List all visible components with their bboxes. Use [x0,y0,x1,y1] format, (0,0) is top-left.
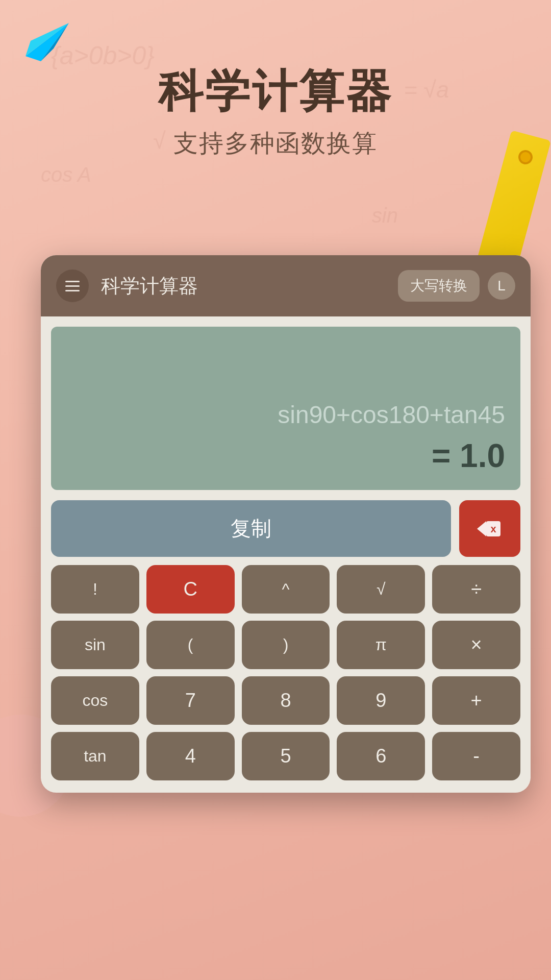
backspace-icon: x [477,519,503,539]
menu-line-2 [65,285,80,287]
menu-line-1 [65,281,80,282]
svg-marker-5 [477,521,486,536]
menu-line-3 [65,290,80,291]
key-clear[interactable]: C [146,565,235,614]
paper-plane-icon [26,20,71,61]
ruler-hole [517,149,534,166]
key-sqrt[interactable]: √ [337,565,425,614]
key-7[interactable]: 7 [146,676,235,725]
key-row-3: cos 7 8 9 + [51,676,520,725]
calculator-display: sin90+cos180+tan45 = 1.0 [51,327,520,490]
key-6[interactable]: 6 [337,732,425,780]
key-row-1: ! C ^ √ ÷ [51,565,520,614]
key-pi[interactable]: π [337,621,425,669]
key-5[interactable]: 5 [242,732,330,780]
key-factorial[interactable]: ! [51,565,139,614]
copy-button[interactable]: 复制 [51,500,451,557]
display-expression: sin90+cos180+tan45 [66,401,505,429]
convert-button[interactable]: 大写转换 [398,270,480,302]
history-icon: L [497,278,506,294]
key-sin[interactable]: sin [51,621,139,669]
key-power[interactable]: ^ [242,565,330,614]
key-multiply[interactable]: × [432,621,520,669]
calculator-card: 科学计算器 大写转换 L sin90+cos180+tan45 = 1.0 复制… [41,255,531,793]
backspace-button[interactable]: x [459,500,520,557]
header-title: 科学计算器 [101,273,398,299]
keypad: ! C ^ √ ÷ sin ( ) π × cos 7 8 9 + tan 4 … [41,565,531,793]
key-close-paren[interactable]: ) [242,621,330,669]
key-row-2: sin ( ) π × [51,621,520,669]
menu-button[interactable] [56,270,89,302]
key-4[interactable]: 4 [146,732,235,780]
display-result: = 1.0 [66,437,505,475]
calculator-header: 科学计算器 大写转换 L [41,255,531,316]
history-button[interactable]: L [488,272,515,300]
key-open-paren[interactable]: ( [146,621,235,669]
key-divide[interactable]: ÷ [432,565,520,614]
copy-row: 复制 x [41,500,531,565]
key-plus[interactable]: + [432,676,520,725]
sub-title: 支持多种函数换算 [0,127,551,160]
main-title: 科学计算器 [0,61,551,122]
title-section: 科学计算器 支持多种函数换算 [0,61,551,160]
key-tan[interactable]: tan [51,732,139,780]
key-8[interactable]: 8 [242,676,330,725]
key-row-4: tan 4 5 6 - [51,732,520,780]
key-9[interactable]: 9 [337,676,425,725]
key-minus[interactable]: - [432,732,520,780]
svg-text:x: x [490,523,496,534]
key-cos[interactable]: cos [51,676,139,725]
